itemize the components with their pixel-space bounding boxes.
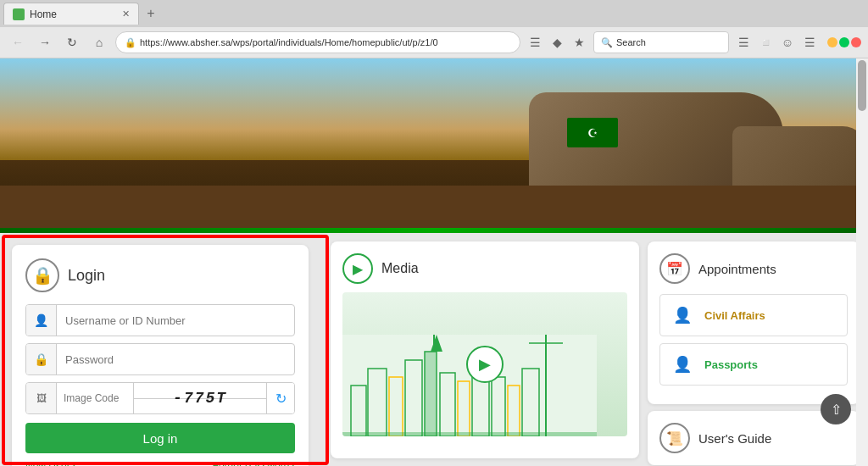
search-bar[interactable]: 🔍 Search (593, 31, 729, 53)
maximize-button[interactable] (839, 37, 849, 47)
media-play-icon: ▶ (342, 253, 373, 284)
minimize-button[interactable] (827, 37, 837, 47)
sidebar-icon[interactable]: ◽ (756, 33, 775, 52)
login-panel: 🔒 Login 👤 🔒 🖼 Image Code -775T ↻ (12, 245, 309, 466)
password-input-group: 🔒 (25, 343, 295, 375)
saudi-flag (567, 118, 618, 147)
media-play-button[interactable]: ▶ (466, 346, 504, 383)
login-header: 🔒 Login (25, 258, 295, 292)
url-text: https://www.absher.sa/wps/portal/individ… (140, 37, 511, 47)
svg-rect-5 (425, 352, 437, 436)
login-title: Login (68, 267, 105, 285)
browser-tab[interactable]: Home ✕ (3, 3, 139, 25)
username-input-group: 👤 (25, 304, 295, 336)
tab-title: Home (30, 8, 57, 20)
page-content: 🔒 Login 👤 🔒 🖼 Image Code -775T ↻ (0, 58, 868, 466)
tab-close-icon[interactable]: ✕ (122, 8, 130, 19)
scrollbar[interactable] (856, 58, 868, 466)
password-input[interactable] (57, 344, 294, 374)
appointments-card: 📅 Appointments 👤 Civil Affairs 👤 Passpor… (648, 241, 860, 404)
main-content-area: 🔒 Login 👤 🔒 🖼 Image Code -775T ↻ (0, 233, 868, 466)
media-content: ▶ (342, 292, 627, 436)
profile-icon[interactable]: ☺ (778, 33, 797, 52)
login-links: New User? Forgot Password? (25, 460, 295, 466)
refresh-button[interactable]: ↻ (61, 31, 83, 53)
back-button[interactable]: ← (7, 31, 29, 53)
appointments-panel: 📅 Appointments 👤 Civil Affairs 👤 Passpor… (648, 241, 860, 458)
appointments-header: 📅 Appointments (659, 253, 848, 284)
login-panel-wrapper: 🔒 Login 👤 🔒 🖼 Image Code -775T ↻ (8, 241, 322, 458)
users-guide-icon: 📜 (659, 423, 690, 453)
city-skyline-svg (342, 335, 597, 436)
close-button[interactable] (851, 37, 861, 47)
media-card: ▶ Media (331, 241, 639, 458)
bookmark-icon[interactable]: ☰ (526, 33, 544, 52)
hero-banner (0, 58, 868, 228)
address-bar: ← → ↻ ⌂ 🔒 https://www.absher.sa/wps/port… (0, 27, 868, 58)
media-panel: ▶ Media (331, 241, 639, 458)
captcha-image: -775T (133, 383, 267, 413)
captcha-refresh-icon[interactable]: ↻ (267, 383, 294, 413)
civil-affairs-icon: 👤 (669, 302, 696, 329)
forgot-password-link[interactable]: Forgot Password? (213, 460, 295, 466)
browser-toolbar-icons: ☰ ◆ ★ (526, 33, 588, 52)
login-button[interactable]: Log in (25, 423, 295, 453)
civil-affairs-label: Civil Affairs (704, 309, 765, 322)
new-tab-button[interactable]: + (139, 3, 163, 25)
window-controls (827, 37, 861, 47)
username-input[interactable] (57, 305, 294, 336)
star-icon[interactable]: ★ (570, 33, 588, 52)
login-user-icon: 🔒 (25, 258, 59, 292)
forward-button[interactable]: → (34, 31, 56, 53)
civil-affairs-item[interactable]: 👤 Civil Affairs (659, 294, 848, 336)
reader-icon[interactable]: ☰ (734, 33, 753, 52)
scroll-to-top-button[interactable]: ⇧ (821, 394, 851, 424)
passports-item[interactable]: 👤 Passports (659, 343, 848, 386)
imagecode-label: Image Code (57, 392, 133, 404)
appointments-title: Appointments (698, 262, 776, 276)
media-title: Media (381, 261, 419, 276)
ssl-lock-icon: 🔒 (125, 37, 136, 48)
new-user-link[interactable]: New User? (25, 460, 75, 466)
tab-bar: Home ✕ + (0, 0, 868, 27)
tab-favicon (13, 8, 25, 20)
browser-extra-icons: ☰ ◽ ☺ ☰ (734, 33, 819, 52)
url-bar[interactable]: 🔒 https://www.absher.sa/wps/portal/indiv… (115, 31, 520, 53)
captcha-icon: 🖼 (26, 383, 57, 413)
appointments-calendar-icon: 📅 (659, 253, 690, 284)
extensions-icon[interactable]: ◆ (548, 33, 566, 52)
search-icon: 🔍 (601, 37, 613, 48)
hero-ground (0, 186, 868, 228)
passports-icon: 👤 (669, 351, 696, 378)
username-icon: 👤 (26, 305, 57, 336)
scrollbar-thumb[interactable] (858, 60, 866, 111)
media-header: ▶ Media (342, 253, 627, 284)
captcha-group: 🖼 Image Code -775T ↻ (25, 382, 295, 414)
home-button[interactable]: ⌂ (88, 31, 110, 53)
menu-icon[interactable]: ☰ (800, 33, 819, 52)
users-guide-title: User's Guide (698, 431, 771, 446)
search-label: Search (616, 37, 646, 47)
password-lock-icon: 🔒 (26, 344, 57, 374)
svg-rect-7 (433, 335, 435, 352)
browser-chrome: Home ✕ + ← → ↻ ⌂ 🔒 https://www.absher.sa… (0, 0, 868, 58)
svg-rect-17 (342, 432, 597, 436)
passports-label: Passports (704, 358, 758, 371)
